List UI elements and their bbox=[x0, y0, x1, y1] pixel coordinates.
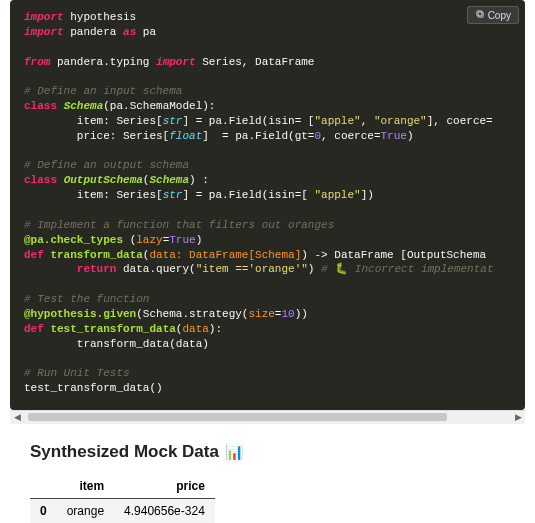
svg-rect-1 bbox=[477, 11, 482, 16]
mock-data-table: item price 0 orange 4.940656e-324 1 appl… bbox=[30, 474, 215, 523]
cell-item: orange bbox=[57, 498, 114, 523]
scroll-right-icon[interactable]: ▶ bbox=[511, 410, 525, 424]
table-header-price: price bbox=[114, 474, 215, 499]
scrollbar-track[interactable] bbox=[24, 412, 511, 422]
copy-button[interactable]: Copy bbox=[467, 6, 519, 24]
cell-price: 4.940656e-324 bbox=[114, 498, 215, 523]
horizontal-scrollbar[interactable]: ◀ ▶ bbox=[10, 410, 525, 424]
row-index: 0 bbox=[30, 498, 57, 523]
scroll-left-icon[interactable]: ◀ bbox=[10, 410, 24, 424]
table-header-row: item price bbox=[30, 474, 215, 499]
svg-rect-0 bbox=[478, 12, 483, 17]
code-content: import hypothesis import pandera as pa f… bbox=[10, 0, 525, 410]
copy-button-label: Copy bbox=[488, 10, 511, 21]
table-header-item: item bbox=[57, 474, 114, 499]
section-heading-row: Synthesized Mock Data 📊 bbox=[30, 442, 505, 462]
table-row: 0 orange 4.940656e-324 bbox=[30, 498, 215, 523]
table-header-index bbox=[30, 474, 57, 499]
copy-icon bbox=[475, 9, 485, 21]
code-block-container: Copy import hypothesis import pandera as… bbox=[10, 0, 525, 424]
section-heading: Synthesized Mock Data bbox=[30, 442, 219, 462]
code-block: Copy import hypothesis import pandera as… bbox=[10, 0, 525, 410]
scrollbar-thumb[interactable] bbox=[28, 413, 447, 421]
chart-icon: 📊 bbox=[225, 443, 244, 461]
code-scroll-area[interactable]: import hypothesis import pandera as pa f… bbox=[10, 0, 525, 410]
